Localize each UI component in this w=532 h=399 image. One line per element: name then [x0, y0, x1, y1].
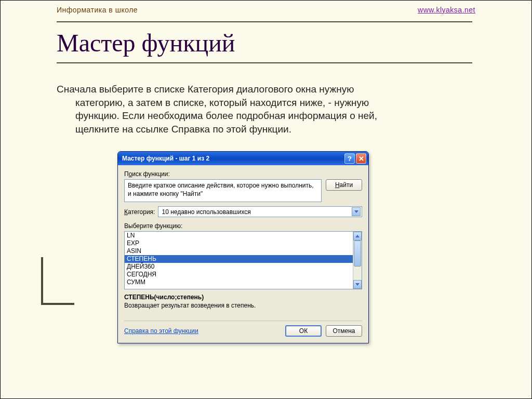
dialog-title: Мастер функций - шаг 1 из 2 — [122, 155, 209, 162]
dialog-titlebar[interactable]: Мастер функций - шаг 1 из 2 ? ✕ — [118, 152, 368, 165]
category-label: Категория: — [124, 208, 155, 216]
search-input[interactable]: Введите краткое описание действия, котор… — [124, 179, 322, 202]
list-item[interactable]: EXP — [125, 240, 353, 247]
find-button[interactable]: Найти — [326, 179, 362, 191]
category-select[interactable]: 10 недавно использовавшихся — [158, 206, 362, 217]
header-left: Информатика в школе — [57, 6, 138, 14]
list-item-selected[interactable]: СТЕПЕНЬ — [125, 255, 353, 263]
page-title: Мастер функций — [57, 29, 472, 57]
list-item[interactable]: ДНЕЙ360 — [125, 263, 353, 271]
body-text: Сначала выберите в списке Категория диал… — [57, 83, 462, 136]
function-list-items[interactable]: LN EXP ASIN СТЕПЕНЬ ДНЕЙ360 СЕГОДНЯ СУММ — [125, 232, 353, 289]
listbox-scrollbar[interactable] — [353, 232, 362, 289]
scroll-up-icon[interactable] — [353, 232, 362, 241]
decor-bracket-h — [41, 303, 74, 305]
header-link[interactable]: www.klyaksa.net — [418, 6, 475, 14]
help-icon[interactable]: ? — [344, 153, 355, 164]
scroll-thumb[interactable] — [354, 241, 361, 267]
chevron-down-icon[interactable] — [352, 207, 361, 216]
functions-label: Выберите функцию: — [124, 222, 362, 230]
scroll-down-icon[interactable] — [353, 280, 362, 289]
cancel-button[interactable]: Отмена — [326, 325, 362, 337]
search-label: Поиск функции: — [124, 170, 362, 178]
function-signature: СТЕПЕНЬ(число;степень) — [124, 294, 362, 301]
ok-button[interactable]: ОК — [285, 325, 322, 337]
decor-bracket-v — [41, 257, 43, 305]
list-item[interactable]: ASIN — [125, 247, 353, 255]
function-wizard-dialog: Мастер функций - шаг 1 из 2 ? ✕ Поиск фу… — [117, 151, 369, 343]
function-listbox[interactable]: LN EXP ASIN СТЕПЕНЬ ДНЕЙ360 СЕГОДНЯ СУММ — [124, 231, 362, 289]
list-item[interactable]: LN — [125, 232, 353, 240]
scroll-track[interactable] — [353, 241, 362, 280]
close-icon[interactable]: ✕ — [356, 153, 366, 164]
list-item[interactable]: СУММ — [125, 278, 353, 286]
function-description: Возвращает результат возведения в степен… — [124, 302, 362, 309]
category-value: 10 недавно использовавшихся — [162, 208, 250, 216]
help-link[interactable]: Справка по этой функции — [124, 327, 198, 335]
list-item[interactable]: СЕГОДНЯ — [125, 271, 353, 278]
